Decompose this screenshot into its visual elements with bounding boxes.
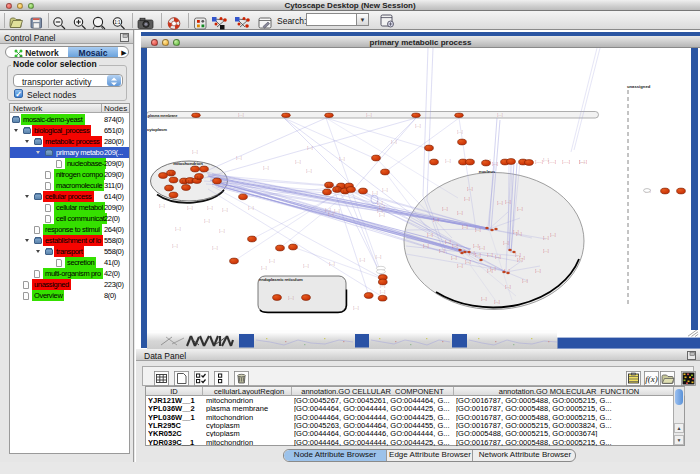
svg-text:[....]: [....]	[452, 244, 457, 248]
svg-text:[...]: [...]	[335, 188, 339, 192]
svg-text:[....]: [....]	[479, 246, 484, 250]
svg-text:[....]: [....]	[303, 264, 308, 268]
svg-text:[....]: [....]	[204, 219, 209, 223]
svg-text:[....]: [....]	[517, 207, 522, 211]
svg-text:[....]: [....]	[212, 246, 217, 250]
svg-text:[....]: [....]	[503, 241, 508, 245]
svg-text:[....]: [....]	[269, 259, 274, 263]
svg-text:[....]: [....]	[339, 157, 344, 161]
svg-text:[....]: [....]	[222, 208, 227, 212]
svg-text:[.......]: [.......]	[535, 160, 543, 164]
svg-text:[...]: [...]	[169, 172, 173, 176]
svg-text:[....]: [....]	[445, 159, 450, 163]
svg-text:[....]: [....]	[415, 124, 420, 128]
svg-text:[....]: [....]	[517, 258, 522, 262]
svg-text:[....]: [....]	[457, 211, 462, 215]
svg-text:[.....]: [.....]	[492, 162, 498, 166]
svg-text:[....]: [....]	[465, 260, 470, 264]
svg-text:[....]: [....]	[366, 113, 371, 117]
svg-text:[....]: [....]	[473, 244, 478, 248]
svg-text:[....]: [....]	[427, 233, 432, 237]
svg-text:[....]: [....]	[328, 212, 333, 216]
svg-text:[....]: [....]	[192, 150, 197, 154]
svg-text:[...]: [...]	[188, 180, 192, 184]
svg-text:[....]: [....]	[535, 269, 540, 273]
svg-text:[....]: [....]	[353, 306, 358, 310]
svg-text:[....]: [....]	[497, 113, 502, 117]
svg-text:[....]: [....]	[462, 225, 467, 229]
svg-text:[....]: [....]	[550, 233, 555, 237]
svg-text:[....]: [....]	[505, 285, 510, 289]
svg-text:[....]: [....]	[391, 140, 396, 144]
svg-text:[...]: [...]	[197, 176, 201, 180]
svg-text:[....]: [....]	[263, 166, 268, 170]
svg-text:[....]: [....]	[334, 209, 339, 213]
svg-text:[.......]: [.......]	[562, 160, 570, 164]
svg-text:[....]: [....]	[379, 213, 384, 217]
svg-text:[....]: [....]	[464, 197, 469, 201]
svg-text:[....]: [....]	[248, 206, 253, 210]
svg-text:[....]: [....]	[439, 249, 444, 253]
svg-text:[....]: [....]	[475, 253, 480, 257]
svg-text:[...]: [...]	[327, 184, 331, 188]
svg-text:[....]: [....]	[159, 204, 164, 208]
svg-text:[....]: [....]	[423, 244, 428, 248]
svg-text:[....]: [....]	[295, 160, 300, 164]
svg-text:unassigned: unassigned	[627, 84, 651, 89]
svg-text:[....]: [....]	[236, 156, 241, 160]
svg-text:[....]: [....]	[372, 191, 377, 195]
svg-text:cytoplasm: cytoplasm	[147, 127, 167, 132]
svg-text:mitochondrion: mitochondrion	[173, 161, 203, 166]
svg-text:[....]: [....]	[457, 130, 462, 134]
svg-text:[....]: [....]	[187, 206, 192, 210]
svg-text:[....]: [....]	[219, 229, 224, 233]
svg-text:[....]: [....]	[442, 207, 447, 211]
svg-text:endoplasmic reticulum: endoplasmic reticulum	[259, 277, 303, 282]
svg-text:[....]: [....]	[497, 201, 502, 205]
svg-text:[....]: [....]	[543, 249, 548, 253]
svg-text:[....]: [....]	[329, 262, 334, 266]
svg-text:[.......]: [.......]	[579, 160, 587, 164]
svg-text:[....]: [....]	[451, 256, 456, 260]
svg-text:[....]: [....]	[380, 290, 385, 294]
svg-text:[....]: [....]	[445, 240, 450, 244]
svg-text:[....]: [....]	[522, 279, 527, 283]
svg-text:[....]: [....]	[207, 206, 212, 210]
svg-text:[....]: [....]	[307, 146, 312, 150]
svg-text:[....]: [....]	[516, 232, 521, 236]
svg-text:1:1: 1:1	[114, 20, 121, 25]
svg-text:[....]: [....]	[382, 188, 387, 192]
svg-text:[....]: [....]	[172, 244, 177, 248]
svg-text:[....]: [....]	[238, 113, 243, 117]
svg-text:[...]: [...]	[343, 190, 347, 194]
svg-text:[....]: [....]	[494, 300, 499, 304]
svg-text:[.......]: [.......]	[548, 160, 556, 164]
svg-text:f(x): f(x)	[645, 374, 658, 384]
svg-text:[....]: [....]	[505, 200, 510, 204]
svg-text:[....]: [....]	[475, 228, 480, 232]
svg-text:[....]: [....]	[288, 296, 293, 300]
svg-text:[....]: [....]	[543, 236, 548, 240]
svg-text:[....]: [....]	[376, 255, 381, 259]
svg-text:[....]: [....]	[481, 297, 486, 301]
svg-text:[....]: [....]	[457, 264, 462, 268]
svg-text:[....]: [....]	[487, 253, 492, 257]
svg-text:[....]: [....]	[487, 269, 492, 273]
svg-text:[....]: [....]	[306, 169, 311, 173]
svg-text:[...]: [...]	[182, 180, 186, 184]
svg-text:[....]: [....]	[467, 187, 472, 191]
svg-text:[....]: [....]	[433, 218, 438, 222]
svg-text:[....]: [....]	[261, 266, 266, 270]
svg-text:[....]: [....]	[360, 258, 365, 262]
svg-text:[....]: [....]	[175, 227, 180, 231]
svg-text:plasma membrane: plasma membrane	[148, 114, 177, 118]
svg-text:[....]: [....]	[495, 255, 500, 259]
